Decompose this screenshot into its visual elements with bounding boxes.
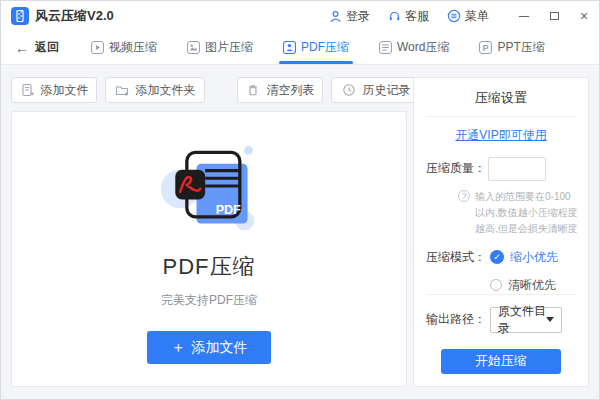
- output-row: 输出路径： 原文件目录: [414, 307, 588, 333]
- video-icon: [91, 41, 104, 54]
- mode-option-clarity[interactable]: 清晰优先: [490, 277, 558, 294]
- mode-option-shrink[interactable]: ✓ 缩小优先: [490, 249, 558, 266]
- question-icon: ?: [458, 190, 470, 202]
- tab-pdf-compress[interactable]: PDF压缩: [283, 31, 349, 64]
- radio-unchecked-icon: [490, 279, 502, 291]
- trash-icon: [246, 83, 260, 97]
- back-button[interactable]: ← 返回: [15, 31, 59, 64]
- add-folder-button[interactable]: 添加文件夹: [105, 77, 205, 103]
- image-icon: [187, 41, 200, 54]
- tab-word-compress[interactable]: Word压缩: [379, 31, 449, 64]
- history-label: 历史记录: [363, 82, 411, 99]
- add-file-main-label: 添加文件: [192, 339, 248, 357]
- tab-ppt-compress[interactable]: P PPT压缩: [479, 31, 544, 64]
- plus-icon: ＋: [171, 338, 186, 357]
- clear-list-button[interactable]: 清空列表: [237, 77, 323, 103]
- divider: [426, 116, 576, 117]
- word-icon: [379, 41, 392, 54]
- app-logo-icon: [11, 7, 29, 25]
- drop-zone-title: PDF压缩: [163, 252, 256, 282]
- tab-label: 视频压缩: [109, 39, 157, 56]
- app-title: 风云压缩V2.0: [35, 7, 114, 25]
- folder-plus-icon: [115, 83, 129, 97]
- quality-hint-text: 输入的范围要在0-100以内,数值越小压缩程度越高,但是会损失清晰度: [475, 189, 578, 237]
- ppt-icon: P: [479, 41, 492, 54]
- clock-icon: [342, 83, 356, 97]
- tab-label: Word压缩: [397, 39, 449, 56]
- support-button[interactable]: 客服: [388, 8, 429, 25]
- quality-input[interactable]: [488, 157, 546, 181]
- menu-icon: [447, 9, 461, 23]
- support-label: 客服: [405, 8, 429, 25]
- start-compress-button[interactable]: 开始压缩: [441, 349, 561, 374]
- minimize-button[interactable]: [517, 9, 531, 23]
- add-file-button[interactable]: 添加文件: [11, 77, 97, 103]
- output-label: 输出路径：: [426, 311, 486, 328]
- menu-button[interactable]: 菜单: [447, 8, 489, 25]
- quality-row: 压缩质量：: [414, 157, 588, 181]
- close-button[interactable]: ×: [577, 9, 591, 23]
- content-area: 添加文件 添加文件夹 清空列表 历史记录 PDF: [1, 65, 599, 399]
- file-plus-icon: [20, 83, 34, 97]
- caret-down-icon: [546, 317, 554, 322]
- radio-checked-icon: ✓: [490, 250, 504, 264]
- pdf-icon: [283, 41, 296, 54]
- menu-label: 菜单: [465, 8, 489, 25]
- mode-row: 压缩模式： ✓ 缩小优先 清晰优先: [414, 249, 588, 294]
- back-label: 返回: [35, 39, 59, 56]
- quality-hint: ? 输入的范围要在0-100以内,数值越小压缩程度越高,但是会损失清晰度: [414, 189, 588, 237]
- clear-list-label: 清空列表: [267, 82, 315, 99]
- pdf-document-illustration: PDF: [156, 134, 262, 240]
- add-file-label: 添加文件: [41, 82, 89, 99]
- drop-zone[interactable]: PDF PDF压缩 完美支持PDF压缩 ＋ 添加文件: [11, 111, 407, 387]
- headset-icon: [388, 10, 401, 23]
- maximize-button[interactable]: [547, 9, 561, 23]
- vip-link[interactable]: 开通VIP即可使用: [414, 127, 588, 144]
- app-window: 风云压缩V2.0 登录 客服 菜单 × ← 返回: [0, 0, 600, 400]
- tab-video-compress[interactable]: 视频压缩: [91, 31, 157, 64]
- svg-text:P: P: [483, 43, 489, 53]
- back-arrow-icon: ←: [15, 40, 29, 56]
- tab-image-compress[interactable]: 图片压缩: [187, 31, 253, 64]
- drop-zone-subtitle: 完美支持PDF压缩: [161, 292, 257, 309]
- mode-label: 压缩模式：: [426, 249, 486, 266]
- tab-label: PPT压缩: [497, 39, 544, 56]
- output-path-select[interactable]: 原文件目录: [490, 307, 562, 333]
- history-button[interactable]: 历史记录: [331, 77, 421, 103]
- svg-text:PDF: PDF: [216, 203, 241, 217]
- mode-option-label: 缩小优先: [510, 249, 558, 266]
- settings-title: 压缩设置: [414, 78, 588, 116]
- add-folder-label: 添加文件夹: [136, 82, 196, 99]
- mode-option-label: 清晰优先: [508, 277, 556, 294]
- tab-bar: ← 返回 视频压缩 图片压缩 PDF压缩 Word压缩 P PPT压缩: [1, 31, 599, 65]
- tab-label: 图片压缩: [205, 39, 253, 56]
- login-button[interactable]: 登录: [329, 8, 370, 25]
- tab-label: PDF压缩: [301, 39, 349, 56]
- add-file-main-button[interactable]: ＋ 添加文件: [147, 331, 271, 364]
- divider: [426, 294, 576, 295]
- login-label: 登录: [346, 8, 370, 25]
- settings-panel: 压缩设置 开通VIP即可使用 压缩质量： ? 输入的范围要在0-100以内,数值…: [413, 77, 589, 387]
- title-bar: 风云压缩V2.0 登录 客服 菜单 ×: [1, 1, 599, 31]
- output-path-value: 原文件目录: [498, 303, 546, 337]
- quality-label: 压缩质量：: [426, 160, 486, 177]
- user-icon: [329, 10, 342, 23]
